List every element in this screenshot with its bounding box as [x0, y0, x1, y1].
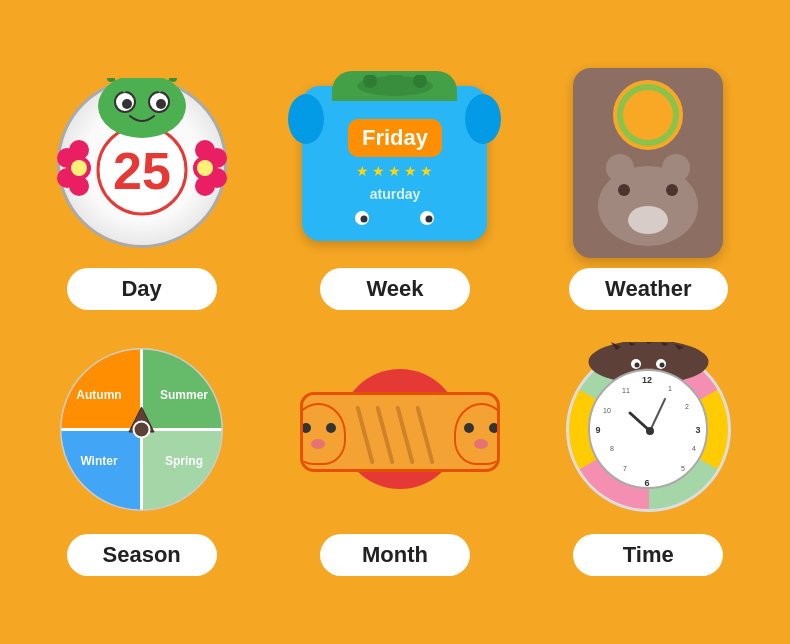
star-4: ★: [404, 163, 417, 179]
sub-text-svg: aturday: [335, 183, 455, 203]
svg-point-14: [98, 78, 186, 138]
svg-text:6: 6: [645, 478, 650, 488]
day-label: Day: [67, 268, 217, 310]
bear-face: [598, 166, 698, 246]
svg-point-40: [134, 421, 150, 437]
elephant-bg: Friday ★ ★ ★ ★ ★ atur: [302, 86, 487, 241]
day-cell: 25: [30, 68, 253, 310]
tiger-eye-right2: [489, 423, 499, 433]
time-illustration: 12 3 6 9 1 2 4 5 7 8 10: [566, 347, 731, 512]
sun-inner: [623, 90, 673, 140]
stars-row: ★ ★ ★ ★ ★: [356, 163, 433, 179]
season-image: Autumn Summer Winter Spring: [47, 334, 237, 524]
clock-svg: 12 3 6 9 1 2 4 5 7 8 10: [590, 371, 710, 491]
svg-text:2: 2: [685, 403, 689, 410]
svg-point-17: [122, 99, 132, 109]
svg-text:1: 1: [668, 385, 672, 392]
season-cell: Autumn Summer Winter Spring Season: [30, 334, 253, 576]
tiger-nose-right: [474, 439, 488, 449]
clock-face: 12 3 6 9 1 2 4 5 7 8 10: [588, 369, 708, 489]
svg-text:Winter: Winter: [81, 454, 119, 468]
svg-text:Summer: Summer: [160, 388, 208, 402]
star-2: ★: [372, 163, 385, 179]
svg-point-31: [426, 215, 433, 222]
svg-text:5: 5: [681, 465, 685, 472]
bear-eye-left: [618, 184, 630, 196]
star-3: ★: [388, 163, 401, 179]
svg-point-10: [195, 176, 215, 196]
month-cell: April May June: [283, 334, 506, 576]
elephant-top-deco: [332, 71, 457, 101]
svg-text:9: 9: [596, 425, 601, 435]
items-grid: 25: [30, 68, 760, 576]
week-sub-text: aturday: [335, 183, 455, 207]
weather-cell: Weather: [537, 68, 760, 310]
season-label: Season: [67, 534, 217, 576]
svg-point-30: [361, 215, 368, 222]
svg-line-53: [630, 413, 650, 431]
svg-point-5: [71, 160, 87, 176]
svg-point-4: [69, 176, 89, 196]
svg-text:Spring: Spring: [165, 454, 203, 468]
day-svg: 25: [57, 78, 227, 248]
star-5: ★: [420, 163, 433, 179]
svg-text:4: 4: [692, 445, 696, 452]
week-label: Week: [320, 268, 470, 310]
weather-label: Weather: [569, 268, 727, 310]
day-image: 25: [47, 68, 237, 258]
top-deco-svg: [355, 75, 435, 97]
svg-text:25: 25: [113, 142, 171, 200]
tiger-eye-right: [326, 423, 336, 433]
svg-text:12: 12: [642, 375, 652, 385]
elephant-eyes-svg: [302, 206, 487, 236]
tiger-overlay: [300, 392, 500, 472]
month-illustration: April May June: [300, 347, 490, 512]
tiger-eye-left: [301, 423, 311, 433]
ear-left: [288, 94, 324, 144]
tiger-face-left: [300, 403, 346, 465]
weather-image: [553, 68, 743, 258]
svg-text:7: 7: [623, 465, 627, 472]
svg-text:Autumn: Autumn: [76, 388, 121, 402]
star-1: ★: [356, 163, 369, 179]
bear-ear-left: [606, 154, 634, 182]
svg-text:3: 3: [696, 425, 701, 435]
svg-point-18: [156, 99, 166, 109]
bear-nose: [628, 206, 668, 234]
svg-text:8: 8: [610, 445, 614, 452]
svg-text:11: 11: [622, 387, 630, 394]
bear-ear-right: [662, 154, 690, 182]
weather-illustration: [573, 68, 723, 258]
week-image: Friday ★ ★ ★ ★ ★ atur: [300, 68, 490, 258]
ear-right: [465, 94, 501, 144]
time-label: Time: [573, 534, 723, 576]
svg-point-65: [659, 362, 664, 367]
elephant-ears: [288, 94, 501, 144]
tiger-eye-left2: [464, 423, 474, 433]
svg-point-3: [69, 140, 89, 160]
svg-line-54: [650, 399, 665, 431]
svg-point-55: [646, 427, 654, 435]
tiger-face-right: [454, 403, 500, 465]
week-illustration: Friday ★ ★ ★ ★ ★ atur: [300, 81, 490, 246]
svg-point-64: [634, 362, 639, 367]
clock-container: 12 3 6 9 1 2 4 5 7 8 10: [598, 379, 698, 479]
time-cell: 12 3 6 9 1 2 4 5 7 8 10: [537, 334, 760, 576]
svg-point-11: [197, 160, 213, 176]
month-image: April May June: [300, 334, 490, 524]
sun-circle: [613, 80, 683, 150]
season-wheel-svg: Autumn Summer Winter Spring: [59, 347, 224, 512]
week-cell: Friday ★ ★ ★ ★ ★ atur: [283, 68, 506, 310]
bear-eye-right: [666, 184, 678, 196]
time-image: 12 3 6 9 1 2 4 5 7 8 10: [553, 334, 743, 524]
svg-text:aturday: aturday: [370, 186, 421, 202]
main-background: 25: [0, 0, 790, 644]
svg-text:10: 10: [603, 407, 611, 414]
svg-point-9: [195, 140, 215, 160]
day-illustration: 25: [57, 78, 227, 248]
month-label: Month: [320, 534, 470, 576]
tiger-nose-left: [311, 439, 325, 449]
